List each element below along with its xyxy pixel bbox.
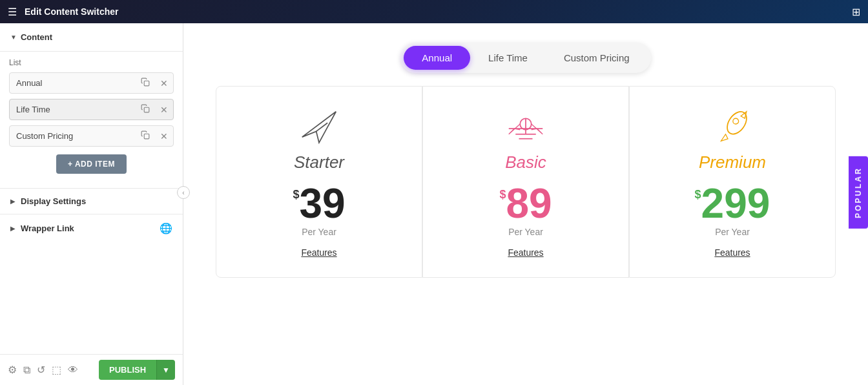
wrapper-link-label: Wrapper Link: [21, 224, 74, 233]
starter-icon: [296, 106, 342, 145]
starter-price: 39: [299, 183, 345, 224]
basic-period: Per Year: [508, 227, 543, 237]
premium-card: Premium $ 299 Per Year Features: [629, 86, 836, 278]
basic-card: Basic $ 89 Per Year Features: [422, 86, 629, 278]
premium-currency: $: [695, 188, 701, 202]
eye-icon[interactable]: 👁: [68, 364, 78, 376]
wrapper-link-header[interactable]: ▶ Wrapper Link 🌐: [0, 214, 183, 242]
annual-input[interactable]: [10, 73, 136, 93]
svg-marker-3: [302, 112, 336, 143]
lifetime-copy-button[interactable]: [136, 100, 155, 119]
display-settings-label: Display Settings: [21, 196, 86, 206]
popular-badge: POPULAR: [849, 156, 868, 229]
content-section-label: Content: [21, 32, 52, 42]
display-settings-arrow-icon: ▶: [10, 198, 16, 205]
basic-title: Basic: [505, 152, 546, 172]
custom-delete-button[interactable]: ✕: [155, 127, 173, 145]
list-item: ✕: [9, 99, 174, 120]
custom-copy-button[interactable]: [136, 127, 155, 145]
basic-features[interactable]: Features: [508, 247, 543, 258]
publish-button[interactable]: PUBLISH: [99, 360, 156, 380]
starter-currency: $: [293, 188, 299, 202]
basic-price-container: $ 89: [499, 183, 552, 224]
history-icon[interactable]: ↺: [37, 364, 45, 376]
basic-currency: $: [499, 188, 506, 202]
content-arrow-icon: ▼: [10, 34, 17, 41]
settings-icon[interactable]: ⚙: [8, 364, 17, 376]
hamburger-icon[interactable]: ☰: [8, 6, 17, 18]
sidebar: ▼ Content List ✕ ✕: [0, 23, 183, 385]
basic-price: 89: [506, 183, 552, 224]
sidebar-collapse-handle[interactable]: ‹: [177, 186, 190, 199]
premium-title: Premium: [699, 152, 766, 172]
svg-rect-0: [144, 81, 149, 86]
annual-delete-button[interactable]: ✕: [155, 74, 173, 92]
basic-icon: [503, 106, 548, 145]
svg-rect-2: [144, 134, 149, 139]
premium-icon: [710, 106, 755, 145]
switcher-container: Annual Life Time Custom Pricing: [183, 23, 868, 86]
list-item: ✕: [9, 125, 174, 147]
lifetime-input[interactable]: [10, 99, 136, 120]
starter-period: Per Year: [302, 227, 336, 237]
tab-lifetime[interactable]: Life Time: [470, 46, 546, 70]
starter-features[interactable]: Features: [301, 247, 336, 258]
list-label: List: [9, 58, 174, 67]
svg-rect-1: [144, 107, 149, 112]
main-content: Annual Life Time Custom Pricing Starter …: [183, 23, 868, 385]
premium-features[interactable]: Features: [714, 247, 750, 258]
tab-annual[interactable]: Annual: [404, 46, 470, 70]
top-bar: ☰ Edit Content Switcher ⊞: [0, 0, 868, 23]
lifetime-delete-button[interactable]: ✕: [155, 101, 173, 119]
content-section-header[interactable]: ▼ Content: [0, 23, 183, 52]
list-section: List ✕ ✕: [0, 52, 183, 188]
list-item: ✕: [9, 72, 174, 94]
sidebar-bottom: ⚙ ⧉ ↺ ⬚ 👁 PUBLISH ▼: [0, 354, 183, 385]
display-settings-section: ▶ Display Settings: [0, 188, 183, 214]
add-item-button[interactable]: + ADD ITEM: [56, 154, 127, 174]
premium-period: Per Year: [715, 227, 750, 237]
wrapper-link-section: ▶ Wrapper Link 🌐: [0, 214, 183, 242]
starter-title: Starter: [294, 152, 344, 172]
publish-dropdown-button[interactable]: ▼: [156, 360, 175, 380]
grid-icon[interactable]: ⊞: [852, 6, 860, 18]
wrapper-link-emoji-icon: 🌐: [160, 222, 172, 234]
premium-price: 299: [701, 183, 770, 224]
premium-price-container: $ 299: [695, 183, 770, 224]
starter-card: Starter $ 39 Per Year Features: [216, 86, 422, 278]
responsive-icon[interactable]: ⬚: [52, 364, 61, 376]
display-settings-header[interactable]: ▶ Display Settings: [0, 189, 183, 214]
publish-label: PUBLISH: [109, 365, 146, 375]
tab-custom-pricing[interactable]: Custom Pricing: [546, 46, 648, 70]
layers-icon[interactable]: ⧉: [23, 364, 30, 376]
annual-copy-button[interactable]: [136, 74, 155, 92]
page-title: Edit Content Switcher: [25, 6, 844, 17]
svg-point-11: [733, 118, 739, 124]
custom-pricing-input[interactable]: [10, 126, 136, 146]
wrapper-link-arrow-icon: ▶: [10, 225, 16, 232]
content-switcher: Annual Life Time Custom Pricing: [400, 43, 650, 73]
pricing-cards: Starter $ 39 Per Year Features: [183, 86, 868, 278]
starter-price-container: $ 39: [293, 183, 345, 224]
